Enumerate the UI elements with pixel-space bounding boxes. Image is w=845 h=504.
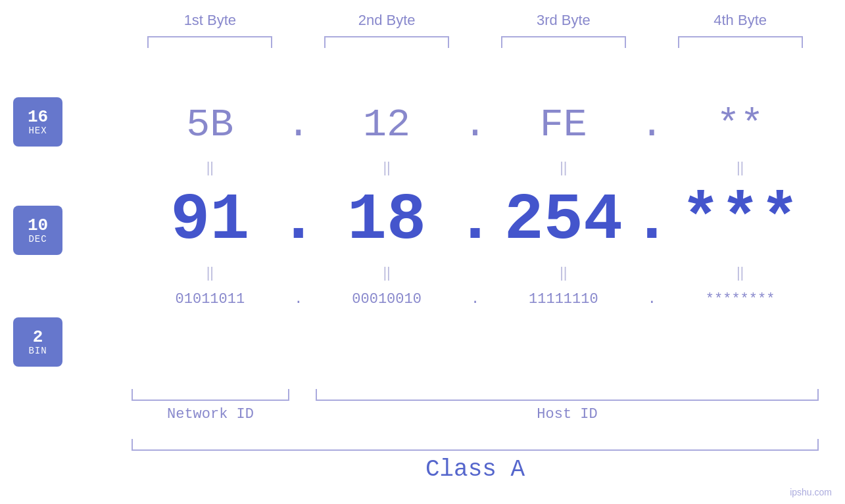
bin-byte-2: 00010010	[308, 283, 466, 315]
dec-dot-2: .	[466, 177, 485, 263]
bracket-4-container	[662, 36, 819, 48]
hex-byte-4: **	[662, 92, 819, 158]
eq2-1: ||	[132, 263, 289, 283]
bytes-content: 5B . 12 . FE . ** || || || || 91 . 18 . …	[132, 56, 819, 315]
top-bracket-2	[324, 36, 449, 48]
page-container: 1st Byte 2nd Byte 3rd Byte 4th Byte 16 H…	[0, 0, 845, 504]
dec-byte-4: ***	[662, 177, 819, 263]
hex-byte-1: 5B	[132, 92, 289, 158]
bin-dot-2: .	[466, 283, 485, 315]
class-bracket	[132, 439, 819, 451]
bracket-3-container	[485, 36, 642, 48]
eq1-1: ||	[132, 158, 289, 177]
bracket-1-container	[132, 36, 289, 48]
byte-header-3: 3rd Byte	[485, 12, 642, 29]
network-id-label: Network ID	[132, 406, 289, 423]
dec-dot-3: .	[642, 177, 662, 263]
byte-header-2: 2nd Byte	[308, 12, 466, 29]
class-container: Class A	[132, 439, 819, 483]
hex-badge-label: HEX	[28, 126, 47, 136]
host-id-bracket	[316, 389, 819, 401]
eq1-2: ||	[308, 158, 466, 177]
dec-byte-3: 254	[485, 177, 642, 263]
top-bracket-3	[501, 36, 626, 48]
watermark: ipshu.com	[790, 487, 832, 497]
eq2-3: ||	[485, 263, 642, 283]
hex-dot-2: .	[466, 92, 485, 158]
eq1-3: ||	[485, 158, 642, 177]
eq1-4: ||	[662, 158, 819, 177]
dec-badge-number: 10	[28, 217, 48, 234]
dec-badge-label: DEC	[28, 234, 47, 244]
bin-badge-label: BIN	[28, 346, 47, 356]
bin-byte-4: ********	[662, 283, 819, 315]
top-bracket-4	[678, 36, 803, 48]
top-brackets	[132, 36, 819, 48]
host-id-bracket-container: Host ID	[316, 389, 819, 423]
hex-dot-1: .	[289, 92, 308, 158]
bin-byte-1: 01011011	[132, 283, 289, 315]
dec-dot-1: .	[289, 177, 308, 263]
byte-header-4: 4th Byte	[662, 12, 819, 29]
dec-byte-1: 91	[132, 177, 289, 263]
host-id-label: Host ID	[316, 406, 819, 423]
hex-dot-3: .	[642, 92, 662, 158]
network-id-bracket	[132, 389, 289, 401]
hex-byte-3: FE	[485, 92, 642, 158]
network-id-bracket-container: Network ID	[132, 389, 289, 423]
bracket-2-container	[308, 36, 466, 48]
bin-badge-number: 2	[33, 329, 43, 346]
class-label: Class A	[132, 456, 819, 483]
bin-byte-3: 11111110	[485, 283, 642, 315]
dec-byte-2: 18	[308, 177, 466, 263]
hex-badge: 16 HEX	[13, 97, 62, 147]
eq2-4: ||	[662, 263, 819, 283]
bin-dot-1: .	[289, 283, 308, 315]
hex-byte-2: 12	[308, 92, 466, 158]
bin-badge: 2 BIN	[13, 317, 62, 367]
hex-badge-number: 16	[28, 108, 48, 126]
byte-headers: 1st Byte 2nd Byte 3rd Byte 4th Byte	[132, 12, 819, 29]
dec-badge: 10 DEC	[13, 206, 62, 255]
bin-dot-3: .	[642, 283, 662, 315]
eq2-2: ||	[308, 263, 466, 283]
top-bracket-1	[147, 36, 272, 48]
byte-header-1: 1st Byte	[132, 12, 289, 29]
